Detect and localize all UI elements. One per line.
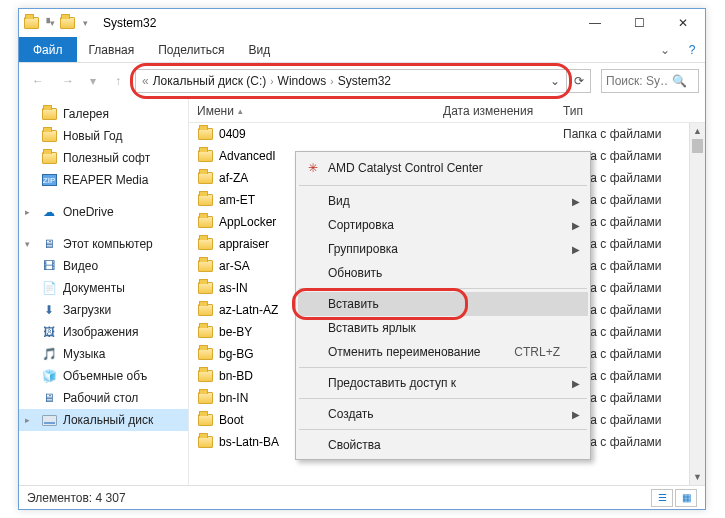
folder-icon bbox=[197, 126, 213, 142]
file-name: az-Latn-AZ bbox=[219, 303, 278, 317]
search-input[interactable] bbox=[606, 74, 668, 88]
menu-item[interactable]: Вставить bbox=[298, 292, 588, 316]
chevron-right-icon[interactable]: › bbox=[330, 76, 333, 87]
file-name: bg-BG bbox=[219, 347, 254, 361]
sidebar-item[interactable]: 🧊Объемные объ bbox=[19, 365, 188, 387]
view-icons-button[interactable]: ▦ bbox=[675, 489, 697, 507]
breadcrumb-system32[interactable]: System32 bbox=[338, 74, 391, 88]
folder-icon bbox=[197, 324, 213, 340]
forward-button[interactable]: → bbox=[55, 68, 81, 94]
file-name: AppLocker bbox=[219, 215, 276, 229]
column-type[interactable]: Тип bbox=[555, 104, 705, 118]
expand-icon[interactable]: ▸ bbox=[25, 207, 30, 217]
menu-item-label: Сортировка bbox=[328, 218, 394, 232]
menu-item[interactable]: Обновить bbox=[298, 261, 588, 285]
qat-properties-icon[interactable] bbox=[59, 15, 75, 31]
sidebar-item[interactable]: ⬇Загрузки bbox=[19, 299, 188, 321]
sidebar-item[interactable]: Галерея bbox=[19, 103, 188, 125]
tab-home[interactable]: Главная bbox=[77, 37, 147, 62]
file-name: bs-Latn-BA bbox=[219, 435, 279, 449]
menu-divider bbox=[299, 429, 587, 430]
sidebar-item[interactable]: ▸☁OneDrive bbox=[19, 201, 188, 223]
scrollbar[interactable]: ▲ ▼ bbox=[689, 123, 705, 485]
menu-item-label: Вид bbox=[328, 194, 350, 208]
address-dropdown-icon[interactable]: ⌄ bbox=[550, 74, 560, 88]
file-type: Папка с файлами bbox=[555, 127, 705, 141]
menu-item-label: Свойства bbox=[328, 438, 381, 452]
folder-icon bbox=[197, 280, 213, 296]
menu-item[interactable]: Вид▶ bbox=[298, 189, 588, 213]
sidebar-item-label: Документы bbox=[63, 281, 125, 295]
sidebar-item[interactable]: 🖼Изображения bbox=[19, 321, 188, 343]
folder-icon bbox=[197, 192, 213, 208]
amd-icon: ✳ bbox=[304, 161, 322, 175]
file-tab[interactable]: Файл bbox=[19, 37, 77, 62]
menu-item[interactable]: Сортировка▶ bbox=[298, 213, 588, 237]
menu-item[interactable]: Создать▶ bbox=[298, 402, 588, 426]
img-icon: 🖼 bbox=[41, 324, 57, 340]
menu-item[interactable]: Вставить ярлык bbox=[298, 316, 588, 340]
scroll-up-icon[interactable]: ▲ bbox=[690, 123, 705, 139]
sidebar-item[interactable]: Новый Год bbox=[19, 125, 188, 147]
back-button[interactable]: ← bbox=[25, 68, 51, 94]
close-button[interactable]: ✕ bbox=[661, 9, 705, 37]
file-name: bn-IN bbox=[219, 391, 248, 405]
view-details-button[interactable]: ☰ bbox=[651, 489, 673, 507]
nav-sidebar: ГалереяНовый ГодПолезный софтZIPREAPER M… bbox=[19, 99, 189, 485]
sidebar-item[interactable]: 🎞Видео bbox=[19, 255, 188, 277]
menu-item[interactable]: Группировка▶ bbox=[298, 237, 588, 261]
ribbon-expand-icon[interactable]: ⌄ bbox=[651, 37, 679, 62]
up-button[interactable]: ↑ bbox=[105, 68, 131, 94]
folder-icon bbox=[41, 106, 57, 122]
menu-item[interactable]: ✳AMD Catalyst Control Center bbox=[298, 154, 588, 182]
chevron-right-icon[interactable]: › bbox=[270, 76, 273, 87]
menu-item-label: Вставить ярлык bbox=[328, 321, 416, 335]
column-headers: Имени▴ Дата изменения Тип bbox=[189, 99, 705, 123]
help-icon[interactable]: ? bbox=[679, 37, 705, 62]
file-name: 0409 bbox=[219, 127, 246, 141]
minimize-button[interactable]: — bbox=[573, 9, 617, 37]
menu-item[interactable]: Свойства bbox=[298, 433, 588, 457]
qat-dropdown-icon[interactable]: ▝▾ bbox=[41, 15, 57, 31]
ribbon-tabs: Файл Главная Поделиться Вид ⌄ ? bbox=[19, 37, 705, 63]
sidebar-item[interactable]: Полезный софт bbox=[19, 147, 188, 169]
file-name: am-ET bbox=[219, 193, 255, 207]
expand-icon[interactable]: ▸ bbox=[25, 415, 30, 425]
sidebar-item[interactable]: 🎵Музыка bbox=[19, 343, 188, 365]
tab-view[interactable]: Вид bbox=[236, 37, 282, 62]
recent-dropdown-icon[interactable]: ▾ bbox=[85, 68, 101, 94]
sidebar-item[interactable]: ZIPREAPER Media bbox=[19, 169, 188, 191]
tab-share[interactable]: Поделиться bbox=[146, 37, 236, 62]
titlebar: ▝▾ ▾ System32 — ☐ ✕ bbox=[19, 9, 705, 37]
sidebar-item-label: Видео bbox=[63, 259, 98, 273]
search-box[interactable]: 🔍 bbox=[601, 69, 699, 93]
maximize-button[interactable]: ☐ bbox=[617, 9, 661, 37]
nav-row: ← → ▾ ↑ « Локальный диск (C:) › Windows … bbox=[19, 63, 705, 99]
refresh-button[interactable]: ⟳ bbox=[567, 69, 591, 93]
column-name[interactable]: Имени▴ bbox=[189, 104, 435, 118]
sidebar-item-label: Галерея bbox=[63, 107, 109, 121]
breadcrumb-drive[interactable]: Локальный диск (C:) bbox=[153, 74, 267, 88]
onedrive-icon: ☁ bbox=[41, 204, 57, 220]
folder-icon bbox=[197, 412, 213, 428]
sidebar-item[interactable]: 📄Документы bbox=[19, 277, 188, 299]
menu-item-label: Обновить bbox=[328, 266, 382, 280]
file-name: af-ZA bbox=[219, 171, 248, 185]
column-date[interactable]: Дата изменения bbox=[435, 104, 555, 118]
sidebar-item[interactable]: ▾🖥Этот компьютер bbox=[19, 233, 188, 255]
menu-item[interactable]: Предоставить доступ к▶ bbox=[298, 371, 588, 395]
file-name: ar-SA bbox=[219, 259, 250, 273]
folder-icon bbox=[197, 214, 213, 230]
breadcrumb-windows[interactable]: Windows bbox=[278, 74, 327, 88]
expand-icon[interactable]: ▾ bbox=[25, 239, 30, 249]
address-bar[interactable]: « Локальный диск (C:) › Windows › System… bbox=[135, 69, 567, 93]
submenu-arrow-icon: ▶ bbox=[572, 244, 580, 255]
menu-item[interactable]: Отменить переименованиеCTRL+Z bbox=[298, 340, 588, 364]
pc-icon: 🖥 bbox=[41, 236, 57, 252]
qat-overflow-icon[interactable]: ▾ bbox=[77, 15, 93, 31]
scroll-down-icon[interactable]: ▼ bbox=[690, 469, 705, 485]
sidebar-item[interactable]: 🖥Рабочий стол bbox=[19, 387, 188, 409]
scroll-thumb[interactable] bbox=[692, 139, 703, 153]
sidebar-item[interactable]: ▸Локальный диск bbox=[19, 409, 188, 431]
table-row[interactable]: 0409Папка с файлами bbox=[189, 123, 705, 145]
